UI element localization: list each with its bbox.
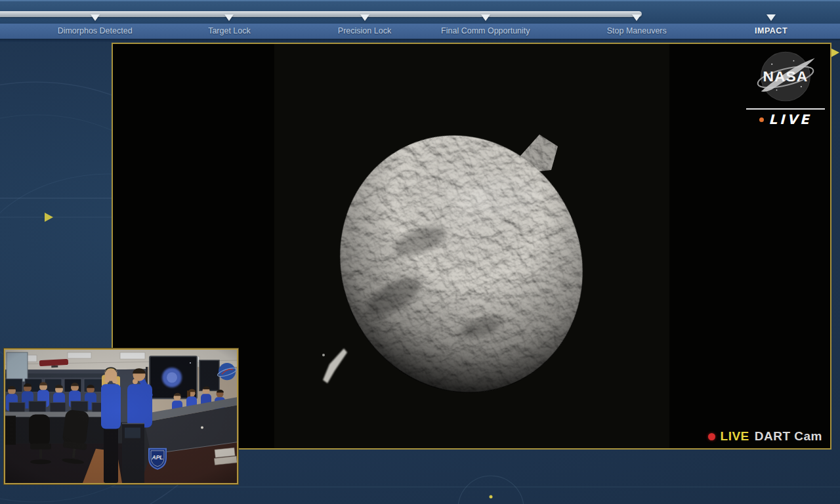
milestone-label: Target Lock (208, 24, 251, 39)
hud-dot-icon (490, 495, 493, 499)
milestone-marker (481, 14, 490, 21)
yellow-arrow-left-icon (45, 213, 53, 222)
timeline-bottom-edge (0, 39, 840, 42)
milestone-label: Dimorphos Detected (58, 24, 133, 39)
badge-live-label: LIVE (721, 429, 749, 444)
milestone-label: Stop Maneuvers (607, 24, 667, 39)
milestone-marker (91, 14, 100, 21)
nasa-meatball-logo: NASA (751, 49, 820, 104)
broadcast-frame: Dimorphos Detected Target Lock Precision… (0, 0, 840, 504)
milestone-label-impact: IMPACT (755, 24, 788, 39)
debris-fragment (322, 348, 347, 383)
mission-control-pip[interactable]: APL (4, 348, 238, 484)
milestone-marker (766, 14, 776, 21)
control-room-scene: APL (5, 350, 237, 483)
yellow-arrow-right-icon (830, 48, 839, 58)
milestone-marker (632, 14, 641, 21)
milestone-marker (360, 14, 369, 21)
nasa-live-watermark: NASA LIVE (745, 49, 826, 127)
watermark-divider (746, 108, 825, 110)
mission-timeline: Dimorphos Detected Target Lock Precision… (0, 0, 840, 42)
watermark-live-label: LIVE (768, 112, 811, 127)
badge-camera-name: DART Cam (755, 429, 822, 444)
milestone-marker (224, 14, 234, 21)
record-dot-icon (708, 433, 715, 440)
live-dart-cam-badge: LIVE DART Cam (708, 429, 822, 444)
milestone-label: Precision Lock (338, 24, 391, 39)
timeline-labels-band: Dimorphos Detected Target Lock Precision… (0, 24, 840, 39)
nasa-wordmark: NASA (763, 68, 808, 85)
milestone-label: Final Comm Opportunity (441, 24, 530, 39)
live-dot-icon (759, 117, 764, 122)
